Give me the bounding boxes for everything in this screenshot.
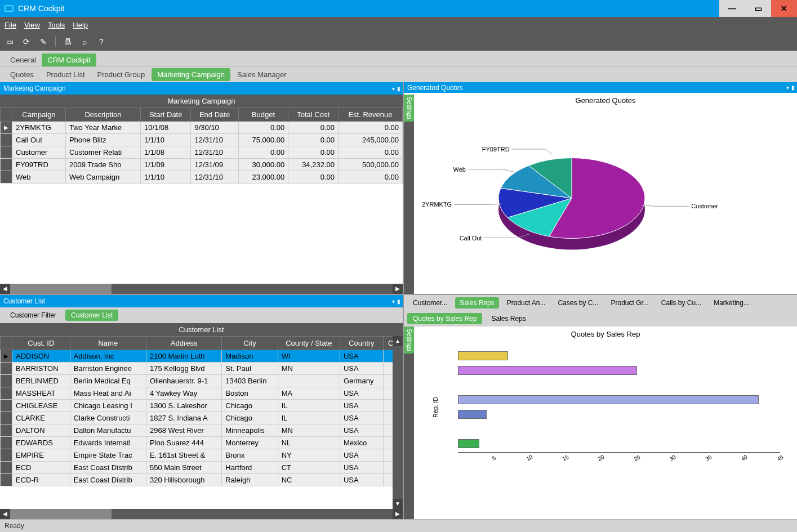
table-row[interactable]: WebWeb Campaign1/1/1012/31/1023,000.000.… [1, 171, 403, 184]
bartab[interactable]: Product An... [502, 297, 550, 309]
col-header[interactable]: Start Date [140, 108, 191, 122]
cell: Two Year Marke [65, 122, 140, 134]
dropdown-icon[interactable]: ▾ [392, 86, 395, 92]
menu-tools[interactable]: Tools [48, 21, 65, 29]
help-icon[interactable]: ? [96, 37, 106, 47]
subtab-sales-manager[interactable]: Sales Manager [231, 68, 292, 81]
settings-tab[interactable]: Settings [404, 95, 414, 122]
subtab-sales-reps[interactable]: Sales Reps [486, 313, 531, 324]
tab-general[interactable]: General [5, 53, 42, 66]
col-header[interactable]: Campaign [12, 108, 66, 122]
scrollbar-horizontal[interactable]: ◀ ▶ [0, 284, 403, 294]
table-row[interactable]: CLARKEClarke Constructi1827 S. Indiana A… [1, 412, 403, 424]
subtab-quotes[interactable]: Quotes [5, 68, 39, 81]
pin-icon[interactable]: ▮ [397, 298, 400, 305]
cell: CT [278, 462, 340, 474]
col-header[interactable]: Total Cost [288, 108, 339, 122]
col-header[interactable]: City [222, 337, 278, 350]
minimize-button[interactable]: — [719, 0, 745, 17]
bartab[interactable]: Sales Reps [455, 297, 498, 309]
menu-help[interactable]: Help [73, 21, 88, 29]
pin-icon[interactable]: ▮ [397, 86, 400, 92]
tab-customer-filter[interactable]: Customer Filter [5, 310, 62, 321]
dropdown-icon[interactable]: ▾ [392, 298, 395, 305]
cell: 550 Main Street [146, 462, 221, 474]
table-row[interactable]: CHIGLEASEChicago Leasing I1300 S. Lakesh… [1, 400, 403, 412]
table-row[interactable]: ▶ADDISONAddison, Inc2100 Martin LuthMadi… [1, 350, 403, 363]
tab-customer-list[interactable]: Customer List [65, 310, 118, 321]
bartab[interactable]: Cases by C... [553, 297, 603, 309]
panel-title-quotes: Generated Quotes [407, 84, 463, 92]
refresh-icon[interactable]: ⟳ [21, 37, 32, 47]
scroll-left-icon[interactable]: ◀ [0, 284, 10, 294]
col-header[interactable]: Address [146, 337, 221, 350]
pin-icon[interactable]: ▮ [791, 84, 795, 91]
cell: USA [340, 424, 383, 437]
table-row[interactable]: BERLINMEDBerlin Medical EqOllenhauerstr.… [1, 375, 403, 387]
cell: ECD-R [12, 474, 70, 486]
print-icon[interactable]: 🖶 [63, 37, 73, 47]
table-row[interactable]: FY09TRD2009 Trade Sho1/1/0912/31/0930,00… [1, 159, 403, 171]
bar-row [458, 364, 780, 377]
table-row[interactable]: EDWARDSEdwards InternatiPino Suarez 444M… [1, 437, 403, 449]
col-header[interactable]: End Date [191, 108, 238, 122]
subtab-marketing[interactable]: Marketing Campaign [152, 68, 230, 81]
table-row[interactable]: EMPIREEmpire State TracE. 161st Street &… [1, 449, 403, 462]
tab-crm-cockpit[interactable]: CRM Cockpit [42, 53, 96, 66]
col-header[interactable]: Name [70, 337, 146, 350]
table-row[interactable]: Call OutPhone Blitz1/1/1012/31/1075,000.… [1, 134, 403, 146]
cell: 0.00 [288, 122, 339, 134]
col-header[interactable]: Description [65, 108, 140, 122]
cell: EMPIRE [12, 449, 70, 462]
customize-icon[interactable]: ✎ [38, 37, 48, 47]
col-header[interactable]: County / State [278, 337, 340, 350]
bartab[interactable]: Customer... [408, 297, 452, 309]
cell: 1/1/10 [140, 171, 191, 184]
toolbar: ▭ ⟳ ✎ 🖶 ⌕ ? [0, 33, 797, 51]
scroll-thumb[interactable] [10, 284, 112, 294]
scroll-right-icon[interactable]: ▶ [393, 284, 403, 294]
bartab[interactable]: Marketing... [709, 297, 754, 309]
print-preview-icon[interactable]: ⌕ [79, 37, 90, 47]
subtab-quotes-by-rep[interactable]: Quotes by Sales Rep [407, 313, 482, 324]
col-header[interactable]: Cust. ID [12, 337, 70, 350]
cell: CLARKE [12, 412, 70, 424]
tick-label: 30 [669, 454, 677, 462]
scroll-thumb[interactable] [10, 509, 112, 519]
menu-file[interactable]: File [5, 21, 16, 29]
tick-label: 5 [491, 454, 496, 461]
scroll-up-icon[interactable]: ▲ [393, 336, 403, 346]
table-row[interactable]: CustomerCustomer Relati1/1/0812/31/100.0… [1, 146, 403, 159]
col-header[interactable]: Est. Revenue [338, 108, 402, 122]
scrollbar-horizontal[interactable]: ◀ ▶ [0, 509, 403, 519]
subtab-product-list[interactable]: Product List [41, 68, 91, 81]
cell: ECD [12, 462, 70, 474]
col-header[interactable]: Budget [238, 108, 288, 122]
col-header[interactable]: Country [340, 337, 383, 350]
table-row[interactable]: ECDEast Coast Distrib550 Main StreetHart… [1, 462, 403, 474]
table-row[interactable]: MASSHEATMass Heat and Ai4 Yawkey WayBost… [1, 387, 403, 400]
scroll-right-icon[interactable]: ▶ [393, 509, 403, 519]
close-button[interactable]: ✕ [771, 0, 797, 17]
new-window-icon[interactable]: ▭ [5, 37, 15, 47]
table-row[interactable]: DALTONDalton Manufactu2968 West RiverMin… [1, 424, 403, 437]
cell: East Coast Distrib [70, 462, 146, 474]
panel-customer-list: Customer List ▾▮ Customer Filter Custome… [0, 295, 403, 519]
dropdown-icon[interactable]: ▾ [786, 84, 789, 91]
table-row[interactable]: ▶2YRMKTGTwo Year Marke10/1/089/30/100.00… [1, 122, 403, 134]
subtab-product-group[interactable]: Product Group [92, 68, 151, 81]
maximize-button[interactable]: ▭ [745, 0, 771, 17]
table-row[interactable]: BARRISTONBarriston Enginee175 Kellogg Bl… [1, 363, 403, 375]
scroll-down-icon[interactable]: ▼ [393, 499, 403, 509]
settings-tab[interactable]: Settings [404, 327, 414, 354]
table-row[interactable]: ECD-REast Coast Distrib320 HillsboroughR… [1, 474, 403, 486]
bartab[interactable]: Product Gr... [606, 297, 653, 309]
cell: 500,000.00 [338, 159, 402, 171]
bar [458, 351, 508, 360]
cell: Clarke Constructi [70, 412, 146, 424]
scroll-left-icon[interactable]: ◀ [0, 509, 10, 519]
scrollbar-vertical[interactable]: ▲ ▼ [393, 336, 403, 509]
menu-view[interactable]: View [24, 21, 40, 29]
bar [458, 439, 479, 448]
bartab[interactable]: Calls by Cu... [657, 297, 706, 309]
